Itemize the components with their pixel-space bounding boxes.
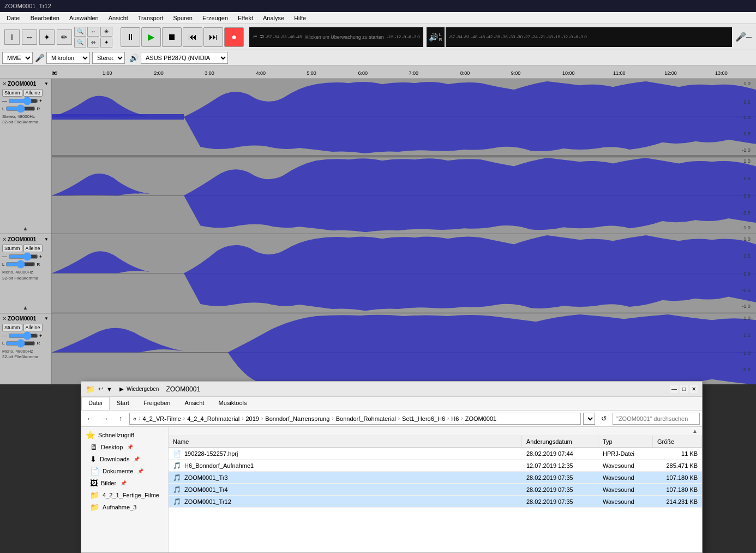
track-3-expand[interactable]: ▲: [2, 383, 49, 384]
explorer-qa-undo[interactable]: ↩: [98, 385, 103, 393]
track-3-dropdown[interactable]: ▼: [44, 316, 49, 321]
zoom-box-tool[interactable]: 🔍: [74, 38, 86, 47]
stop-button[interactable]: ⏹: [162, 27, 182, 47]
col-header-name[interactable]: Name: [169, 436, 522, 447]
ribbon-tab-datei[interactable]: Datei: [81, 397, 110, 410]
path-segment-6[interactable]: Set1_Hero6_H6: [402, 415, 445, 422]
path-dropdown[interactable]: ▼: [583, 413, 595, 425]
wiedergeben-button[interactable]: ▶ Wiedergeben: [116, 383, 163, 395]
file-row-2[interactable]: 🎵 ZOOM0001_Tr3 28.02.2019 07:35 Wavesoun…: [169, 472, 702, 484]
rewind-button[interactable]: ⏮: [183, 27, 202, 47]
path-segment-5[interactable]: Bonndorf_Rohmaterial: [336, 415, 396, 422]
sidebar-item-downloads[interactable]: ⬇ Downloads 📌: [81, 453, 168, 465]
track-1-close[interactable]: ✕: [2, 81, 7, 87]
track-1-waveform[interactable]: // Generated waveform bars upper channel…: [52, 79, 756, 234]
path-segment-8[interactable]: ZOOM0001: [465, 415, 496, 422]
ribbon-tab-ansicht[interactable]: Ansicht: [177, 397, 211, 410]
output-device-select[interactable]: ASUS PB287Q (NVIDIA: [141, 52, 228, 64]
editor-area: ✕ ZOOM0001 ▼ Stumm Alleine — + L R Stere…: [0, 79, 756, 384]
track-1-volume[interactable]: [8, 98, 38, 104]
menu-hilfe[interactable]: Hilfe: [290, 14, 310, 22]
zoom-h-tool[interactable]: ↔: [87, 27, 99, 37]
track-3-waveform[interactable]: 1,0 0,5 0,0 -0,5 -1,0: [52, 313, 756, 384]
forward-button[interactable]: →: [99, 412, 112, 425]
multi2-tool[interactable]: ✦: [100, 38, 112, 47]
sidebar-item-desktop[interactable]: 🖥 Desktop 📌: [81, 441, 168, 453]
track-2-dropdown[interactable]: ▼: [44, 237, 49, 242]
sidebar-item-aufnahme3[interactable]: 📁 Aufnahme_3: [81, 501, 168, 513]
up-button[interactable]: ↑: [114, 412, 127, 425]
search-input[interactable]: [613, 413, 700, 425]
minimize-button[interactable]: —: [670, 385, 678, 393]
track-1-expand[interactable]: ▲: [2, 225, 49, 231]
col-header-date[interactable]: Änderungsdatum: [522, 436, 598, 447]
draw-tool[interactable]: ✏: [57, 29, 72, 45]
track-1-dropdown[interactable]: ▼: [44, 81, 49, 86]
explorer-qa-arrow[interactable]: ▼: [106, 386, 112, 393]
sidebar-item-fertige-filme[interactable]: 📁 4_2_1_Fertige_Filme: [81, 489, 168, 501]
menu-erzeugen[interactable]: Erzeugen: [198, 14, 232, 22]
track-2-solo[interactable]: Alleine: [23, 245, 43, 252]
file-row-4[interactable]: 🎵 ZOOM0001_Tr12 28.02.2019 07:35 Wavesou…: [169, 496, 702, 508]
file-row-1[interactable]: 🎵 H6_Bonndorf_Aufnahme1 12.07.2019 12:35…: [169, 460, 702, 472]
time-shift-tool[interactable]: ⇔: [87, 38, 99, 47]
address-path[interactable]: « › 4_2_VR-Filme › 4_2_4_Rohmaterial › 2…: [129, 413, 581, 425]
sidebar-item-bilder[interactable]: 🖼 Bilder 📌: [81, 477, 168, 489]
track-2-expand[interactable]: ▲: [2, 305, 49, 311]
track-3-volume[interactable]: [8, 332, 38, 339]
track-2-mute[interactable]: Stumm: [2, 245, 22, 252]
track-1-mute[interactable]: Stumm: [2, 89, 22, 97]
envelope-tool[interactable]: ✦: [39, 29, 55, 45]
col-header-size[interactable]: Größe: [653, 436, 702, 447]
ribbon-tab-start[interactable]: Start: [110, 397, 136, 410]
input-device-select[interactable]: Mikrofon: [46, 52, 90, 64]
path-segment-2[interactable]: 4_2_4_Rohmaterial: [187, 415, 239, 422]
track-3-mute[interactable]: Stumm: [2, 324, 22, 331]
menu-spuren[interactable]: Spuren: [169, 14, 196, 22]
track-3-solo[interactable]: Alleine: [23, 324, 43, 331]
file-3-name: 🎵 ZOOM0001_Tr4: [169, 485, 522, 495]
track-3-close[interactable]: ✕: [2, 316, 7, 322]
refresh-button[interactable]: ↺: [597, 412, 610, 425]
track-1-pan[interactable]: [5, 105, 35, 112]
timeline-ruler[interactable]: ▼ 00 1:00 2:00 3:00 4:00 5:00 6:00 7:00 …: [0, 66, 756, 79]
channels-select[interactable]: Stereo: [92, 52, 125, 64]
menu-analyse[interactable]: Analyse: [259, 14, 289, 22]
sidebar-item-schnellzugriff[interactable]: ⭐ Schnellzugriff: [81, 429, 168, 441]
menu-ansicht[interactable]: Ansicht: [104, 14, 133, 22]
path-segment-3[interactable]: 2019: [245, 415, 259, 422]
back-button[interactable]: ←: [83, 412, 97, 425]
close-button[interactable]: ✕: [690, 385, 698, 393]
menu-bearbeiten[interactable]: Bearbeiten: [26, 14, 64, 22]
track-1-solo[interactable]: Alleine: [23, 89, 43, 97]
zoom-in-tool[interactable]: 🔍: [74, 27, 86, 37]
track-2-close[interactable]: ✕: [2, 236, 7, 242]
menu-auswaehlen[interactable]: Auswählen: [65, 14, 103, 22]
multi-tool[interactable]: ✳: [100, 27, 112, 37]
track-2-waveform[interactable]: 1,0 0,5 0,0 -0,5 -1,0: [52, 234, 756, 312]
col-header-type[interactable]: Typ: [598, 436, 653, 447]
host-select[interactable]: MME: [2, 52, 33, 64]
cursor-tool[interactable]: I: [4, 29, 20, 45]
pause-button[interactable]: ⏸: [121, 27, 140, 47]
ribbon-tab-freigeben[interactable]: Freigeben: [136, 397, 178, 410]
ribbon-tab-musiktools[interactable]: Musiktools: [212, 397, 254, 410]
file-row-0[interactable]: 📄 190228-152257.hprj 28.02.2019 07:44 HP…: [169, 448, 702, 460]
sidebar-item-dokumente[interactable]: 📄 Dokumente 📌: [81, 465, 168, 477]
menu-transport[interactable]: Transport: [134, 14, 168, 22]
record-button[interactable]: ●: [224, 27, 244, 47]
path-segment-7[interactable]: H6: [451, 415, 459, 422]
path-segment-4[interactable]: Bonndorf_Narrensprung: [265, 415, 329, 422]
menu-datei[interactable]: Datei: [2, 14, 25, 22]
menu-effekt[interactable]: Effekt: [233, 14, 257, 22]
track-2-pan[interactable]: [5, 261, 35, 267]
file-row-3[interactable]: 🎵 ZOOM0001_Tr4 28.02.2019 07:35 Wavesoun…: [169, 484, 702, 496]
track-3-pan[interactable]: [5, 340, 35, 347]
track-2-volume[interactable]: [8, 253, 38, 260]
maximize-button[interactable]: □: [680, 385, 688, 393]
path-segment-1[interactable]: 4_2_VR-Filme: [142, 415, 181, 422]
bilder-icon: 🖼: [90, 479, 98, 487]
forward-button[interactable]: ⏭: [203, 27, 223, 47]
select-tool[interactable]: ↔: [22, 29, 37, 45]
play-button[interactable]: ▶: [141, 27, 161, 47]
